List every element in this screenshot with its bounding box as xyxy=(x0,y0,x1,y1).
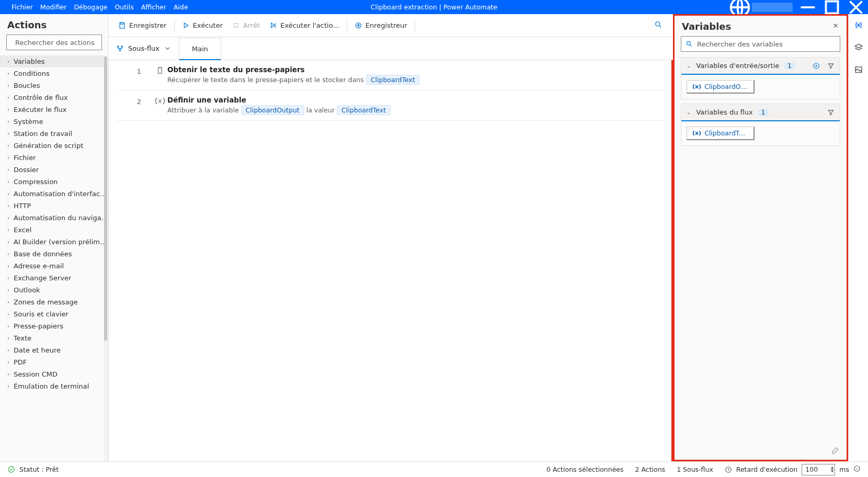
variable-section-title: Variables du flux xyxy=(696,108,752,116)
tab-main[interactable]: Main xyxy=(179,38,221,60)
variables-search-field[interactable] xyxy=(697,40,836,48)
check-circle-icon xyxy=(7,465,15,473)
svg-point-5 xyxy=(357,24,359,26)
action-category[interactable]: ›Système xyxy=(0,116,108,128)
chevron-right-icon: › xyxy=(7,371,9,377)
delay-input[interactable]: 100 ▲▼ xyxy=(802,464,835,475)
chevron-right-icon: › xyxy=(7,275,9,281)
recorder-button[interactable]: Enregistreur xyxy=(350,18,412,32)
action-category[interactable]: ›Fichier xyxy=(0,152,108,164)
action-category[interactable]: ›Boucles xyxy=(0,80,108,92)
chevron-right-icon: › xyxy=(7,191,9,197)
filter-icon[interactable] xyxy=(827,62,835,70)
chevron-right-icon: › xyxy=(7,383,9,389)
close-variables-button[interactable] xyxy=(832,22,839,31)
menu-view[interactable]: Afficher xyxy=(141,3,166,11)
maximize-button[interactable] xyxy=(820,0,844,14)
variable-item[interactable]: (x)ClipboardText xyxy=(687,127,755,140)
layers-icon xyxy=(854,43,863,52)
menu-help[interactable]: Aide xyxy=(174,3,188,11)
step-description: Attribuer à la variable ClipboardOutput … xyxy=(167,105,664,115)
action-category[interactable]: ›Session CMD xyxy=(0,368,108,380)
action-category[interactable]: ›Presse-papiers xyxy=(0,320,108,332)
svg-rect-3 xyxy=(234,24,238,28)
action-category[interactable]: ›Génération de script xyxy=(0,140,108,152)
save-button[interactable]: Enregistrer xyxy=(114,18,171,32)
actions-search-field[interactable] xyxy=(15,39,104,47)
action-category[interactable]: ›Exécuter le flux xyxy=(0,104,108,116)
delay-info-button[interactable] xyxy=(853,465,861,474)
actions-scrollbar[interactable] xyxy=(104,55,108,461)
search-icon xyxy=(686,40,693,48)
stop-button: Arrêt xyxy=(228,18,264,32)
chevron-down-icon xyxy=(164,44,172,52)
subflows-dropdown[interactable]: Sous-flux xyxy=(109,37,179,60)
variable-item[interactable]: (x)ClipboardOutp... xyxy=(687,80,755,94)
action-category[interactable]: ›HTTP xyxy=(0,200,108,212)
chevron-right-icon: › xyxy=(7,347,9,353)
action-category[interactable]: ›Automatisation d'interface utilisateur xyxy=(0,188,108,200)
delay-unit: ms xyxy=(839,465,849,473)
run-next-action-button[interactable]: Exécuter l'actio... xyxy=(265,18,344,32)
variable-section-header[interactable]: ⌄Variables d'entrée/sortie1 xyxy=(681,58,840,75)
action-category[interactable]: ›AI Builder (version préliminaire) xyxy=(0,236,108,248)
add-icon[interactable] xyxy=(813,62,820,70)
action-category[interactable]: ›Compression xyxy=(0,176,108,188)
chevron-right-icon: › xyxy=(7,359,9,365)
menu-file[interactable]: Fichier xyxy=(12,3,33,11)
menu-tools[interactable]: Outils xyxy=(115,3,134,11)
actions-search-input[interactable] xyxy=(6,35,102,50)
action-category[interactable]: ›Variables xyxy=(0,55,108,67)
menu-debug[interactable]: Débogage xyxy=(74,3,107,11)
variable-section-header[interactable]: ⌄Variables du flux1 xyxy=(681,104,840,121)
action-category[interactable]: ›Automatisation du navigateur xyxy=(0,212,108,224)
chevron-right-icon: › xyxy=(7,251,9,257)
chevron-down-icon: ⌄ xyxy=(687,109,691,115)
user-account[interactable] xyxy=(752,3,793,12)
close-icon xyxy=(832,22,839,29)
flow-search-button[interactable] xyxy=(649,17,668,33)
clear-variables-button[interactable] xyxy=(831,447,839,457)
variable-icon xyxy=(854,20,863,30)
action-category[interactable]: ›Émulation de terminal xyxy=(0,380,108,392)
action-category[interactable]: ›Date et heure xyxy=(0,344,108,356)
delay-stepper[interactable]: ▲▼ xyxy=(831,466,833,473)
chevron-right-icon: › xyxy=(7,179,9,185)
image-icon xyxy=(854,65,863,75)
chevron-right-icon: › xyxy=(7,239,9,245)
action-category[interactable]: ›PDF xyxy=(0,356,108,368)
variables-search-input[interactable] xyxy=(681,36,840,52)
rail-images-button[interactable] xyxy=(854,65,863,76)
action-category[interactable]: ›Contrôle de flux xyxy=(0,92,108,104)
action-category[interactable]: ›Dossier xyxy=(0,164,108,176)
variable-count-badge: 1 xyxy=(784,62,795,70)
close-button[interactable] xyxy=(844,0,868,14)
action-category[interactable]: ›Excel xyxy=(0,224,108,236)
minimize-button[interactable] xyxy=(796,0,820,14)
flow-step[interactable]: 2{x}Définir une variableAttribuer à la v… xyxy=(116,90,664,121)
menu-edit[interactable]: Modifier xyxy=(40,3,67,11)
action-category[interactable]: ›Station de travail xyxy=(0,128,108,140)
svg-rect-1 xyxy=(826,1,838,13)
action-category[interactable]: ›Souris et clavier xyxy=(0,308,108,320)
rail-variables-button[interactable] xyxy=(854,20,863,31)
action-category[interactable]: ›Zones de message xyxy=(0,296,108,308)
globe-icon[interactable] xyxy=(728,0,752,14)
rail-ui-elements-button[interactable] xyxy=(854,43,863,54)
action-category[interactable]: ›Exchange Server xyxy=(0,272,108,284)
delay-label: Retard d'exécution xyxy=(736,465,798,473)
step-title: Obtenir le texte du presse-papiers xyxy=(167,65,664,74)
filter-icon[interactable] xyxy=(827,109,835,116)
variable-section-title: Variables d'entrée/sortie xyxy=(696,62,779,70)
action-category[interactable]: ›Texte xyxy=(0,332,108,344)
action-category[interactable]: ›Base de données xyxy=(0,248,108,260)
record-icon xyxy=(355,21,362,29)
flow-canvas[interactable]: 1Obtenir le texte du presse-papiersRécup… xyxy=(109,60,673,461)
action-category[interactable]: ›Conditions xyxy=(0,67,108,80)
svg-point-14 xyxy=(8,467,14,472)
action-category[interactable]: ›Adresse e-mail xyxy=(0,260,108,272)
run-button[interactable]: Exécuter xyxy=(178,18,227,32)
action-category[interactable]: ›Outlook xyxy=(0,284,108,296)
chevron-right-icon: › xyxy=(7,227,9,233)
flow-step[interactable]: 1Obtenir le texte du presse-papiersRécup… xyxy=(116,60,664,90)
